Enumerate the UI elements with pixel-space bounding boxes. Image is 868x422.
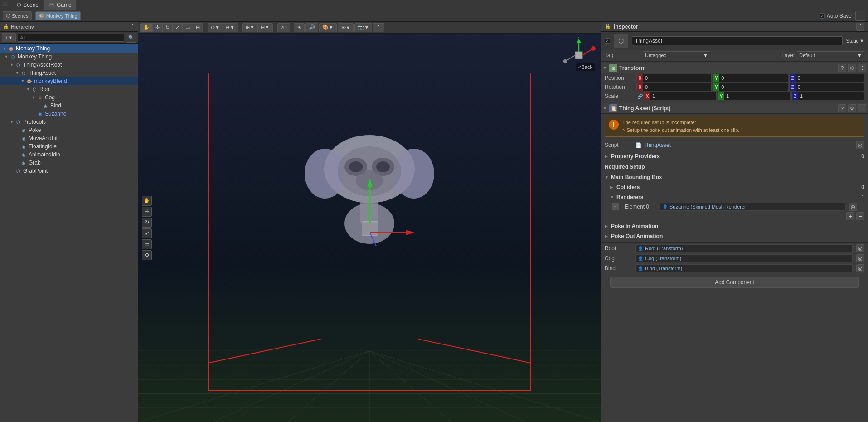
- tree-item-grab-point[interactable]: ⬡ GrabPoint: [0, 167, 138, 175]
- script-more-btn[interactable]: ⋮: [858, 104, 866, 112]
- tree-item-suzanne[interactable]: ◉ Suzanne: [0, 110, 138, 118]
- hierarchy-more-icon[interactable]: ⋮: [130, 24, 135, 29]
- root-value[interactable]: 👤 Root (Transform): [635, 244, 853, 252]
- tree-item-root[interactable]: ▼ ⬡ Root: [0, 85, 138, 93]
- transform-btn[interactable]: ⊞: [193, 24, 203, 32]
- bind-target-btn[interactable]: ◎: [856, 264, 864, 272]
- more-scene-btn[interactable]: ⋮: [373, 23, 384, 32]
- rotation-z-field[interactable]: Z 0: [789, 83, 864, 91]
- renderers-row[interactable]: ▼ Renderers 1: [601, 192, 868, 202]
- object-name-field[interactable]: [632, 36, 843, 45]
- hand-tool-btn[interactable]: ✋: [141, 24, 153, 32]
- move-tool-btn[interactable]: ✛: [153, 24, 163, 32]
- active-checkbox[interactable]: [605, 38, 610, 44]
- colliders-row[interactable]: ▶ Colliders 0: [601, 182, 868, 192]
- script-component-header[interactable]: ▼ 📜 Thing Asset (Script) ? ⚙ ⋮: [601, 103, 868, 114]
- 2d-btn[interactable]: 2D: [277, 23, 290, 32]
- hierarchy-lock-icon[interactable]: 🔒: [3, 24, 9, 29]
- layer-dropdown[interactable]: Default ▼: [797, 51, 864, 59]
- scale-link-icon[interactable]: 🔗: [636, 92, 644, 100]
- scenes-btn[interactable]: ⬡ Scenes: [3, 11, 32, 20]
- hierarchy-content[interactable]: ▼ 🐵 Monkey Thing ▼ ⬡ Monkey Thing ▼ ⬡ Th…: [0, 44, 138, 422]
- position-y-field[interactable]: Y 0: [713, 74, 788, 82]
- root-target-btn[interactable]: ◎: [856, 244, 864, 252]
- property-providers-row[interactable]: ▶ Property Providers 0: [601, 151, 868, 161]
- scene-hand-tool[interactable]: ✋: [142, 196, 152, 206]
- scale-y-field[interactable]: Y 1: [718, 92, 790, 100]
- tree-item-monkey-thing-child[interactable]: ▼ ⬡ Monkey Thing: [0, 53, 138, 61]
- scene-name-btn[interactable]: 🐵 Monkey Thing: [35, 11, 81, 20]
- tree-item-bind[interactable]: ◉ Bind: [0, 102, 138, 110]
- snap-btn[interactable]: ⊞▼: [243, 24, 258, 32]
- scale-x-field[interactable]: X 1: [644, 92, 717, 100]
- tree-item-monkey-thing-root[interactable]: ▼ 🐵 Monkey Thing: [0, 44, 138, 53]
- inspector-lock-icon[interactable]: 🔒: [605, 24, 611, 29]
- scale-tool-btn[interactable]: ⤢: [173, 24, 183, 32]
- script-target-btn[interactable]: ◎: [856, 141, 864, 149]
- cog-value[interactable]: 👤 Cog (Transform): [635, 254, 853, 262]
- tree-item-animated-idle[interactable]: ◉ AnimatedIdle: [0, 150, 138, 159]
- script-value[interactable]: 📄 ThingAsset: [635, 142, 853, 148]
- tag-dropdown[interactable]: Untagged ▼: [643, 51, 710, 59]
- position-z-field[interactable]: Z 0: [789, 74, 864, 82]
- tree-item-poke[interactable]: ◉ Poke: [0, 126, 138, 134]
- pivot-btn[interactable]: ⊙▼: [208, 24, 223, 32]
- scene-rotate-tool[interactable]: ↻: [142, 218, 152, 228]
- tree-item-cog[interactable]: ▼ ⚙ Cog: [0, 93, 138, 102]
- element-target-btn[interactable]: ◎: [849, 203, 857, 211]
- rotation-x-field[interactable]: X 0: [636, 83, 712, 91]
- audio-btn[interactable]: 🔊: [305, 23, 318, 32]
- element-value-field[interactable]: 👤 Suzanne (Skinned Mesh Renderer): [660, 203, 845, 211]
- script-help-btn[interactable]: ?: [838, 104, 846, 112]
- bind-value[interactable]: 👤 Bind (Transform): [635, 264, 853, 272]
- inspector-content[interactable]: ⬡ Static ▼ Tag Untagged ▼ Layer Default: [601, 32, 868, 422]
- unity-menu[interactable]: ☰: [3, 2, 7, 8]
- auto-save-label[interactable]: Auto Save: [820, 13, 852, 19]
- main-bounding-box-row[interactable]: ▼ Main Bounding Box: [601, 172, 868, 182]
- position-x-field[interactable]: X 0: [636, 74, 712, 82]
- scene-cross-tool[interactable]: ✛: [142, 207, 152, 217]
- rect-tool-btn[interactable]: ▭: [183, 24, 193, 32]
- more-options-btn[interactable]: ⋮: [855, 11, 865, 21]
- gizmos-btn[interactable]: 👁▼: [338, 23, 354, 32]
- rotation-y-field[interactable]: Y 0: [713, 83, 788, 91]
- transform-settings-icon[interactable]: ⚙: [848, 64, 856, 72]
- script-settings-icon[interactable]: ⚙: [848, 104, 856, 112]
- tree-item-thing-asset[interactable]: ▼ ⬡ ThingAsset: [0, 69, 138, 77]
- poke-in-row[interactable]: ▶ Poke In Animation: [601, 221, 868, 231]
- tree-item-floating-idle[interactable]: ◉ FloatingIdle: [0, 142, 138, 150]
- add-hierarchy-btn[interactable]: +▼: [2, 33, 16, 42]
- tree-item-move-and-fit[interactable]: ◉ MoveAndFit: [0, 134, 138, 142]
- scene-rect-tool[interactable]: ▭: [142, 239, 152, 249]
- scene-gizmo[interactable]: Y X Z <Back: [561, 37, 597, 73]
- lighting-btn[interactable]: ☀: [294, 23, 305, 32]
- transform-help-btn[interactable]: ?: [838, 64, 846, 72]
- grid-btn[interactable]: ⊟▼: [258, 24, 272, 32]
- static-btn[interactable]: Static ▼: [846, 38, 864, 44]
- tree-item-grab[interactable]: ◉ Grab: [0, 159, 138, 167]
- transform-more-btn[interactable]: ⋮: [858, 64, 866, 72]
- camera-btn[interactable]: 📷▼: [354, 23, 372, 32]
- tree-item-thing-asset-root[interactable]: ▼ ⬡ ThingAssetRoot: [0, 61, 138, 69]
- scale-z-field[interactable]: Z 1: [791, 92, 864, 100]
- tree-item-protocols[interactable]: ▼ ⬡ Protocols: [0, 118, 138, 126]
- transform-component-header[interactable]: ▼ ⊞ Transform ? ⚙ ⋮: [601, 63, 868, 73]
- scene-grab-tool[interactable]: ⊕: [142, 250, 152, 260]
- tab-game[interactable]: 🎮 Game: [44, 0, 76, 10]
- back-btn[interactable]: <Back: [576, 63, 595, 71]
- scene-scale-tool[interactable]: ⤢: [142, 228, 152, 238]
- hierarchy-search[interactable]: [18, 34, 124, 42]
- global-btn[interactable]: ⊕▼: [223, 24, 238, 32]
- rotate-tool-btn[interactable]: ↻: [163, 24, 173, 32]
- effects-btn[interactable]: 🎨▼: [319, 23, 337, 32]
- tab-scene[interactable]: ⬡ Scene: [12, 0, 43, 10]
- add-renderer-btn[interactable]: +: [846, 212, 854, 220]
- inspector-more-btn[interactable]: ⋮: [856, 23, 864, 31]
- cog-target-btn[interactable]: ◎: [856, 254, 864, 262]
- add-component-btn[interactable]: Add Component: [610, 277, 859, 288]
- poke-out-row[interactable]: ▶ Poke Out Animation: [601, 231, 868, 241]
- search-icon[interactable]: 🔍: [126, 33, 136, 43]
- element-drag-handle[interactable]: ≡: [612, 203, 619, 210]
- remove-renderer-btn[interactable]: −: [856, 212, 864, 220]
- auto-save-checkbox[interactable]: [820, 13, 825, 19]
